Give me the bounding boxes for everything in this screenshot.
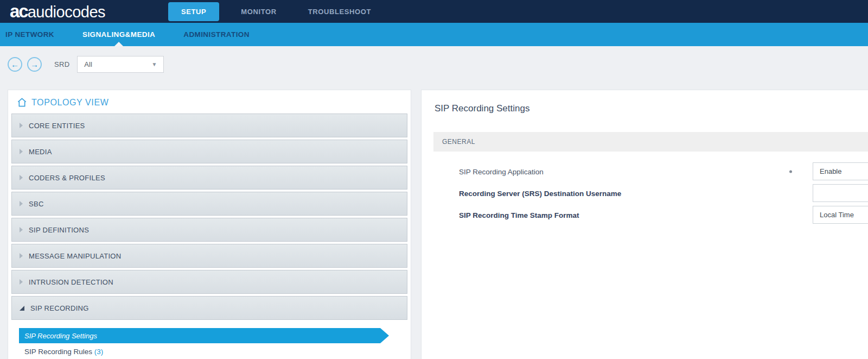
- chevron-right-icon: [20, 253, 23, 259]
- field-label: SIP Recording Time Stamp Format: [459, 211, 579, 219]
- sip-recording-application-select[interactable]: Enable: [813, 162, 868, 180]
- chevron-right-icon: [20, 279, 23, 285]
- audiocodes-logo-mark: ac: [10, 1, 28, 22]
- srs-destination-username-input[interactable]: [813, 184, 868, 202]
- modified-dot-icon: [789, 170, 792, 173]
- field-label: SIP Recording Application: [459, 167, 544, 175]
- forward-arrow-icon[interactable]: →: [27, 57, 42, 72]
- accordion-sbc[interactable]: SBC: [11, 192, 407, 216]
- subitem-sip-recording-settings-selected[interactable]: SIP Recording Settings: [19, 328, 389, 343]
- field-row-time-stamp-format: SIP Recording Time Stamp Format Local Ti…: [422, 206, 868, 224]
- chevron-right-icon: [20, 123, 23, 128]
- tab-monitor[interactable]: MONITOR: [241, 8, 276, 16]
- srd-label: SRD: [54, 60, 69, 68]
- audiocodes-logo[interactable]: acaudiocodes: [10, 1, 168, 22]
- tab-ip-network[interactable]: IP NETWORK: [5, 23, 54, 46]
- subitem-count-badge: (3): [94, 348, 104, 356]
- chevron-right-icon: [20, 175, 23, 180]
- back-arrow-icon[interactable]: ←: [8, 57, 22, 72]
- field-row-srs-destination-username: Recording Server (SRS) Destination Usern…: [422, 184, 868, 202]
- topology-panel: TOPOLOGY VIEW CORE ENTITIES MEDIA CODERS…: [8, 90, 411, 359]
- audiocodes-logo-text: audiocodes: [28, 3, 105, 21]
- chevron-right-icon: [20, 149, 23, 154]
- accordion-sip-recording[interactable]: SIP RECORDING: [11, 296, 407, 320]
- srd-dropdown-value: All: [84, 60, 92, 68]
- srd-dropdown[interactable]: All ▼: [77, 56, 164, 73]
- section-general[interactable]: GENERAL: [433, 132, 868, 152]
- top-nav-tabs: SETUP MONITOR TROUBLESHOOT: [168, 0, 403, 23]
- top-navigation-bar: acaudiocodes SETUP MONITOR TROUBLESHOOT: [0, 0, 868, 23]
- topology-accordion: CORE ENTITIES MEDIA CODERS & PROFILES SB…: [8, 112, 411, 356]
- tab-signaling-media[interactable]: SIGNALING&MEDIA: [82, 23, 155, 46]
- home-icon: [17, 97, 27, 108]
- field-label: Recording Server (SRS) Destination Usern…: [459, 189, 621, 197]
- srd-toolbar: ← → SRD All ▼: [8, 56, 164, 73]
- page-title: SIP Recording Settings: [422, 90, 868, 114]
- accordion-sip-definitions[interactable]: SIP DEFINITIONS: [11, 218, 407, 242]
- chevron-right-icon: [20, 201, 23, 206]
- tab-troubleshoot[interactable]: TROUBLESHOOT: [308, 8, 371, 16]
- time-stamp-format-select[interactable]: Local Time: [813, 206, 868, 224]
- topology-view-header[interactable]: TOPOLOGY VIEW: [8, 90, 411, 112]
- settings-panel: SIP Recording Settings GENERAL SIP Recor…: [421, 90, 868, 359]
- tab-setup[interactable]: SETUP: [168, 2, 219, 21]
- accordion-intrusion-detection[interactable]: INTRUSION DETECTION: [11, 270, 407, 294]
- chevron-down-icon: ▼: [151, 61, 157, 67]
- accordion-coders-profiles[interactable]: CODERS & PROFILES: [11, 166, 407, 190]
- field-row-sip-recording-application: SIP Recording Application Enable: [422, 162, 868, 180]
- accordion-core-entities[interactable]: CORE ENTITIES: [11, 114, 407, 137]
- chevron-right-icon: [20, 227, 23, 232]
- chevron-expanded-icon: [20, 306, 24, 311]
- subitem-sip-recording-rules[interactable]: SIP Recording Rules (3): [24, 348, 407, 356]
- accordion-media[interactable]: MEDIA: [11, 140, 407, 163]
- tab-administration[interactable]: ADMINISTRATION: [183, 23, 250, 46]
- topology-view-title: TOPOLOGY VIEW: [31, 98, 108, 108]
- general-form: SIP Recording Application Enable Recordi…: [422, 162, 868, 224]
- sip-recording-subitems: SIP Recording Settings SIP Recording Rul…: [11, 328, 407, 356]
- secondary-navigation-bar: IP NETWORK SIGNALING&MEDIA ADMINISTRATIO…: [0, 23, 868, 46]
- accordion-message-manipulation[interactable]: MESSAGE MANIPULATION: [11, 244, 407, 268]
